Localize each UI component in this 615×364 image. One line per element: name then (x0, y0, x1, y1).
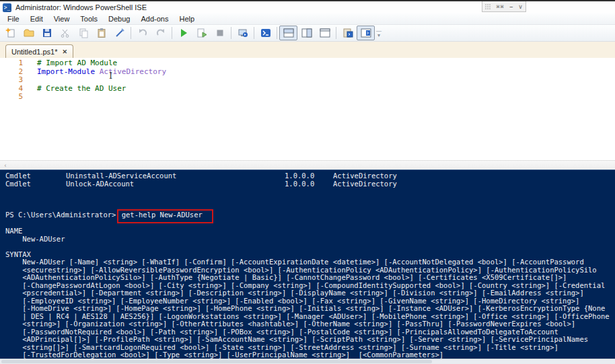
new-script-button[interactable] (1, 26, 20, 40)
tab-strip: Untitled1.ps1* ✕ (0, 42, 615, 58)
powershell-ise-window: >_ Administrator: Windows PowerShell ISE… (0, 0, 615, 364)
script-pane-top-icon (283, 28, 294, 38)
redo-icon (155, 28, 166, 38)
menu-view[interactable]: View (48, 14, 75, 24)
copy-button[interactable] (74, 26, 92, 40)
cmdlet-version: 1.0.0.0 (285, 172, 333, 180)
syntax-line: [-HomeDrive <string>] [-HomePage <string… (5, 305, 615, 313)
script-pane-right-icon (301, 28, 312, 38)
new-remote-powershell-tab-button[interactable] (233, 26, 252, 40)
menu-bar: File Edit View Tools Debug Add-ons Help (0, 13, 615, 25)
keyboard-shortcut-icon[interactable]: ⌘⌘ (496, 5, 504, 9)
stop-button[interactable] (211, 26, 229, 40)
syntax-line: <string>] [-Organization <string>] [-Oth… (5, 320, 615, 328)
window-title: Administrator: Windows PowerShell ISE (15, 3, 147, 11)
clear-console-icon (114, 28, 125, 38)
menu-file[interactable]: File (2, 14, 25, 24)
code-argument: ActiveDirectory (95, 67, 166, 76)
start-powershell-button[interactable] (256, 26, 275, 40)
highlighted-command: get-help New-ADUser (117, 209, 213, 223)
command-window-icon (342, 28, 353, 38)
cmdlet-type: Cmdlet (5, 172, 66, 180)
open-script-button[interactable] (20, 26, 38, 40)
cut-button[interactable] (56, 26, 74, 40)
cmdlet-source: ActiveDirectory (333, 180, 397, 188)
minimize-icon[interactable]: – (509, 2, 513, 11)
toolbar-overflow-button[interactable]: —▾ (376, 28, 382, 38)
run-script-button[interactable] (174, 26, 192, 40)
prompt-text: PS C:\Users\Administrator> (5, 211, 120, 220)
console-table-row: Cmdlet Uninstall-ADServiceAccount 1.0.0.… (5, 172, 615, 180)
code-comment: # Create the AD User (37, 84, 126, 93)
command-addon-icon (361, 28, 371, 38)
console-table-row: Cmdlet Unlock-ADAccount 1.0.0.0 ActiveDi… (5, 180, 615, 188)
line-number: 3 (0, 76, 23, 85)
run-icon (178, 28, 189, 38)
editor-line: 2 Import-Module ActiveDirectory (0, 68, 615, 77)
show-command-window-button[interactable] (338, 26, 357, 40)
syntax-line: [-TrustedForDelegation <bool>] [-Type <s… (5, 351, 615, 359)
script-pane-top-button[interactable] (279, 26, 297, 40)
tab-close-icon[interactable]: ✕ (63, 48, 68, 55)
script-pane-maximized-icon (320, 28, 330, 38)
cmdlet-source: ActiveDirectory (333, 172, 397, 180)
editor-hscrollbar[interactable]: ‹ (0, 160, 615, 170)
scroll-left-icon[interactable]: ‹ (0, 162, 11, 169)
console-pane[interactable]: Cmdlet Uninstall-ADServiceAccount 1.0.0.… (0, 170, 615, 359)
cmdlet-version: 1.0.0.0 (285, 180, 333, 188)
ibeam-cursor: I (108, 71, 114, 81)
open-folder-icon (24, 28, 34, 38)
cmdlet-type: Cmdlet (5, 180, 66, 188)
script-pane-maximized-button[interactable] (316, 26, 334, 40)
menu-tools[interactable]: Tools (75, 14, 103, 24)
script-pane-right-button[interactable] (297, 26, 316, 40)
run-selection-icon (196, 28, 207, 38)
tab-label: Untitled1.ps1* (11, 48, 58, 56)
menu-edit[interactable]: Edit (25, 14, 48, 24)
help-name-header: NAME (5, 227, 615, 235)
menu-debug[interactable]: Debug (103, 14, 135, 24)
menu-help[interactable]: Help (174, 14, 200, 24)
syntax-line: <ADAuthenticationPolicySilo>] [-AuthType… (5, 274, 615, 282)
syntax-line: <pscredential>] [-Department <string>] [… (5, 289, 615, 297)
grid-dots-icon[interactable] (485, 4, 491, 9)
new-script-icon (5, 28, 16, 38)
redo-button[interactable] (151, 26, 170, 40)
scissors-icon (60, 28, 71, 38)
clipboard-icon (96, 28, 107, 38)
editor-line: 5 (0, 93, 615, 102)
syntax-line: <ADPrincipal[]>] [-ProfilePath <string>]… (5, 336, 615, 344)
powershell-exe-icon (260, 28, 271, 38)
clear-console-button[interactable] (110, 26, 129, 40)
stop-icon (215, 28, 225, 38)
code-comment: # Import AD Module (37, 59, 117, 67)
chevron-down-icon[interactable]: ∨ (518, 2, 523, 11)
powershell-app-icon: >_ (3, 3, 11, 12)
menu-addons[interactable]: Add-ons (135, 14, 174, 24)
editor-line: 4 # Create the AD User (0, 85, 615, 94)
copy-icon (78, 28, 89, 38)
prompt-line: PS C:\Users\Administrator> get-help New-… (5, 211, 615, 220)
code-cmdlet: Import-Module (37, 67, 95, 76)
save-button[interactable] (38, 26, 56, 40)
recorder-overlay-widget: ⌘⌘ – ∨ (482, 1, 526, 12)
save-icon (42, 28, 52, 38)
toolbar: —▾ (0, 25, 615, 42)
undo-icon (137, 28, 148, 38)
show-command-addon-button[interactable] (357, 26, 375, 40)
help-name-value: New-ADUser (5, 235, 615, 244)
undo-button[interactable] (133, 26, 151, 40)
syntax-line: New-ADUser [-Name] <string> [-WhatIf] [-… (5, 258, 615, 266)
remote-session-icon (238, 28, 248, 38)
line-number: 5 (0, 93, 23, 102)
cmdlet-name: Uninstall-ADServiceAccount (66, 172, 285, 180)
cmdlet-name: Unlock-ADAccount (66, 180, 285, 188)
scrollbar-thumb[interactable] (1, 360, 432, 363)
line-number: 1 (0, 59, 23, 68)
run-selection-button[interactable] (192, 26, 211, 40)
paste-button[interactable] (92, 26, 110, 40)
tab-untitled1[interactable]: Untitled1.ps1* ✕ (5, 44, 73, 58)
console-hscrollbar[interactable] (0, 359, 615, 364)
script-editor[interactable]: 1 # Import AD Module 2 Import-Module Act… (0, 58, 615, 160)
